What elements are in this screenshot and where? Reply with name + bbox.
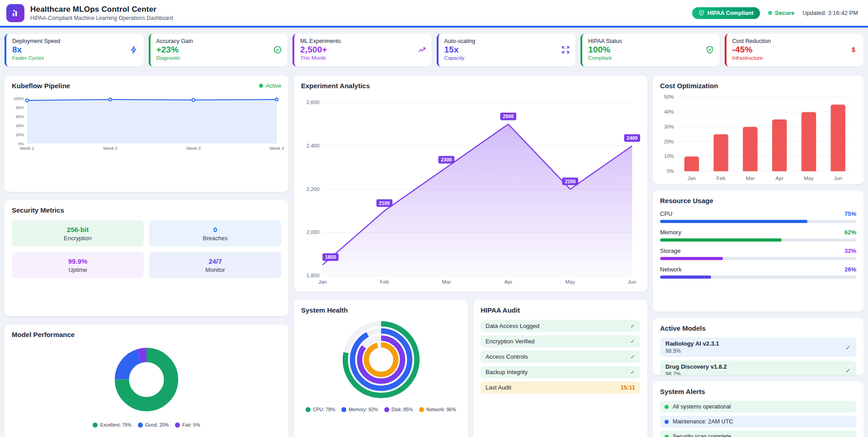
alert-text: Security scan complete bbox=[673, 433, 731, 437]
svg-text:Feb: Feb bbox=[380, 279, 389, 285]
svg-text:Jun: Jun bbox=[628, 279, 636, 285]
status-dot-icon bbox=[259, 84, 263, 88]
svg-text:20%: 20% bbox=[664, 139, 674, 144]
resource-row-network: Network 26% bbox=[660, 266, 856, 279]
hipaa-compliant-badge: HIPAA Compliant bbox=[692, 7, 760, 19]
legend-dot-icon bbox=[306, 407, 311, 412]
svg-text:2100: 2100 bbox=[379, 200, 390, 206]
resource-percent: 26% bbox=[844, 266, 856, 273]
updated-timestamp: Updated: 3:16:42 PM bbox=[802, 10, 858, 16]
legend-item: CPU: 78% bbox=[306, 407, 335, 412]
check-icon: ✓ bbox=[845, 344, 851, 351]
kubeflow-line-chart: 0%20%40%60%80%100%Week 1Week 2Week 3Week… bbox=[12, 93, 281, 152]
kpi-label: Deployment Speed bbox=[12, 38, 138, 44]
svg-text:2500: 2500 bbox=[503, 114, 514, 119]
resource-label: Storage bbox=[660, 247, 681, 254]
left-column: Kubeflow Pipeline Active 0%20%40%60%80%1… bbox=[5, 76, 288, 437]
alert-row: All systems operational bbox=[660, 401, 856, 413]
panel-title: Resource Usage bbox=[660, 197, 713, 204]
shield-icon bbox=[698, 10, 704, 16]
security-metrics-panel: Security Metrics 256-bit Encryption 0 Br… bbox=[5, 200, 288, 316]
alert-text: All systems operational bbox=[673, 404, 731, 410]
legend-dot-icon bbox=[138, 423, 143, 428]
bolt-icon bbox=[130, 46, 138, 54]
legend-item: Disk: 85% bbox=[384, 407, 413, 412]
model-row-radiology: Radiology AI v2.3.1 98.5% ✓ bbox=[660, 337, 856, 357]
kpi-card-deployment-speed: Deployment Speed 8x Faster Cycles bbox=[5, 34, 144, 66]
metric-label: Monitor bbox=[149, 266, 281, 273]
dashboard-grid: Kubeflow Pipeline Active 0%20%40%60%80%1… bbox=[5, 76, 863, 437]
metric-tile-breaches: 0 Breaches bbox=[149, 220, 281, 247]
kpi-card-hipaa-status: HIPAA Status 100% Compliant bbox=[580, 34, 720, 66]
accent-bar bbox=[0, 26, 868, 28]
svg-text:1850: 1850 bbox=[325, 254, 336, 260]
model-performance-donut-chart bbox=[108, 342, 184, 418]
resource-percent: 32% bbox=[844, 247, 856, 254]
app-logo bbox=[6, 4, 24, 22]
audit-label: Last Audit bbox=[486, 384, 511, 391]
svg-text:Week 3: Week 3 bbox=[186, 146, 201, 151]
svg-text:80%: 80% bbox=[16, 105, 24, 110]
resource-label: Memory bbox=[660, 229, 681, 236]
kpi-label: HIPAA Status bbox=[588, 38, 714, 44]
svg-text:60%: 60% bbox=[16, 114, 24, 119]
kpi-label: Accuracy Gain bbox=[156, 38, 282, 44]
status-dot-icon bbox=[768, 11, 772, 15]
metric-value: 24/7 bbox=[149, 257, 281, 265]
progress-track bbox=[660, 257, 856, 260]
alert-row: Maintenance: 2AM UTC bbox=[660, 416, 856, 428]
svg-text:30%: 30% bbox=[664, 124, 674, 129]
resource-percent: 62% bbox=[844, 229, 856, 236]
audit-label: Access Controls bbox=[486, 353, 528, 360]
kpi-sublabel: Capacity bbox=[444, 55, 570, 61]
svg-text:May: May bbox=[804, 176, 814, 181]
kpi-row: Deployment Speed 8x Faster Cycles Accura… bbox=[5, 34, 863, 66]
kpi-sublabel: This Month bbox=[300, 55, 426, 61]
middle-column: Experiment Analytics 1,8002,0002,2002,40… bbox=[294, 76, 647, 437]
svg-text:2400: 2400 bbox=[627, 135, 637, 141]
svg-text:Apr: Apr bbox=[504, 279, 512, 285]
panel-title: HIPAA Audit bbox=[481, 306, 520, 314]
svg-text:May: May bbox=[566, 279, 576, 285]
svg-text:Apr: Apr bbox=[775, 176, 783, 181]
svg-text:Feb: Feb bbox=[717, 176, 726, 181]
kpi-sublabel: Compliant bbox=[588, 55, 714, 61]
trending-up-icon bbox=[418, 46, 426, 54]
svg-text:100%: 100% bbox=[14, 96, 24, 101]
kpi-value: 100% bbox=[588, 45, 610, 55]
svg-text:0%: 0% bbox=[667, 168, 674, 174]
page-subtitle: HIPAA-Compliant Machine Learning Operati… bbox=[30, 15, 173, 21]
metric-label: Uptime bbox=[12, 266, 144, 273]
audit-label: Data Access Logged bbox=[486, 323, 539, 329]
active-models-panel: Active Models Radiology AI v2.3.1 98.5% … bbox=[653, 318, 863, 375]
svg-text:2,600: 2,600 bbox=[307, 100, 319, 105]
kubeflow-pipeline-panel: Kubeflow Pipeline Active 0%20%40%60%80%1… bbox=[5, 76, 288, 192]
svg-text:Jan: Jan bbox=[688, 176, 696, 181]
svg-text:Week 1: Week 1 bbox=[20, 146, 34, 151]
kpi-card-ml-experiments: ML Experiments 2,500+ This Month bbox=[292, 34, 432, 66]
system-health-legend: CPU: 78%Memory: 92%Disk: 85%Network: 96% bbox=[301, 407, 461, 412]
kpi-sublabel: Diagnostic bbox=[156, 55, 282, 61]
legend-dot-icon bbox=[384, 407, 389, 412]
audit-time: 15:11 bbox=[620, 384, 635, 391]
panel-title: System Alerts bbox=[660, 388, 705, 395]
progress-track bbox=[660, 276, 856, 279]
check-circle-icon bbox=[274, 46, 282, 54]
system-health-rings-chart bbox=[339, 317, 424, 402]
kpi-value: +23% bbox=[156, 45, 179, 55]
progress-fill bbox=[660, 220, 807, 223]
secure-label: Secure bbox=[775, 10, 794, 16]
cost-bar-chart: 0%10%20%30%40%50%JanFebMarAprMayJun bbox=[660, 94, 856, 182]
resource-label: Network bbox=[660, 266, 682, 273]
legend-item: Excellent: 75% bbox=[93, 422, 131, 428]
dollar-icon: $ bbox=[849, 46, 858, 54]
legend-item: Good: 20% bbox=[138, 422, 169, 428]
resource-row-storage: Storage 32% bbox=[660, 247, 856, 260]
check-icon: ✓ bbox=[630, 323, 635, 329]
svg-text:Week 2: Week 2 bbox=[103, 146, 118, 151]
resource-row-cpu: CPU 75% bbox=[660, 210, 856, 223]
kpi-card-accuracy-gain: Accuracy Gain +23% Diagnostic bbox=[149, 34, 288, 66]
progress-fill bbox=[660, 276, 711, 279]
svg-text:10%: 10% bbox=[664, 153, 674, 159]
system-alerts-panel: System Alerts All systems operational Ma… bbox=[653, 381, 863, 437]
